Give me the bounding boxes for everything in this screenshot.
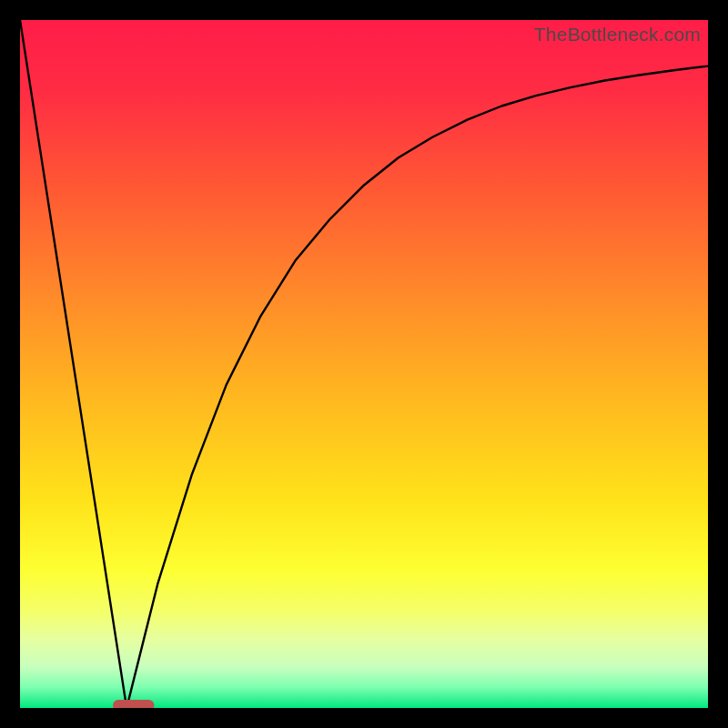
series-right-curve <box>126 66 708 708</box>
chart-container: TheBottleneck.com <box>0 0 728 728</box>
curve-group <box>20 20 708 708</box>
marker-group <box>113 700 154 708</box>
bottleneck-marker <box>113 700 154 708</box>
curve-layer <box>20 20 708 708</box>
plot-area: TheBottleneck.com <box>20 20 708 708</box>
series-left-descent <box>20 20 126 708</box>
